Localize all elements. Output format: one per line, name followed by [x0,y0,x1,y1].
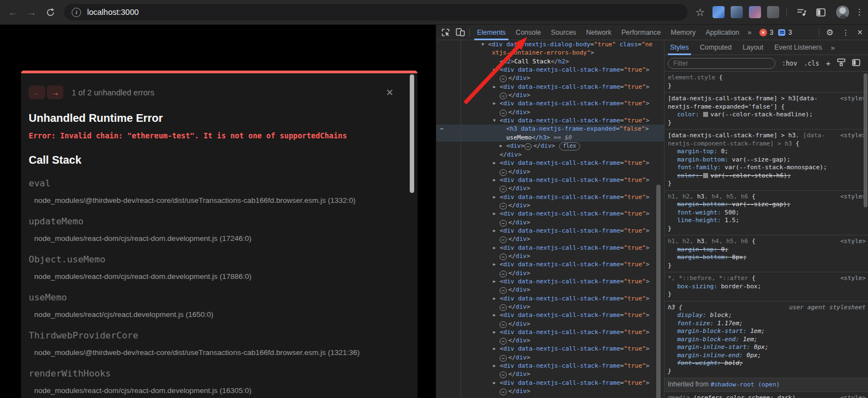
expand-triangle-icon[interactable]: ▶ [493,311,500,319]
new-style-rule-icon[interactable]: + [826,58,831,68]
expand-triangle-icon[interactable]: ▶ [493,209,500,218]
tab-console[interactable]: Console [511,25,546,40]
css-property[interactable]: margin-top: 0; [668,148,865,156]
rendering-emulation-icon[interactable] [837,58,845,68]
tab-application[interactable]: Application [700,25,744,40]
tab-performance[interactable]: Performance [617,25,666,40]
dom-tree-row[interactable]: …</div> [436,235,664,243]
sidebar-toggle-icon[interactable] [852,58,860,68]
collapsed-content-icon[interactable]: … [524,143,532,150]
dom-tree-row[interactable]: xtjs-container-errors-body"> [436,49,664,57]
dom-tree-row[interactable]: ▼<div data-nextjs-call-stack-frame="true… [436,116,664,125]
collapsed-content-icon[interactable]: … [500,389,507,395]
dom-tree-row[interactable]: …</div> [436,218,664,227]
row-menu-dots-icon[interactable]: ⋯ [440,125,444,133]
collapsed-content-icon[interactable]: … [500,93,507,99]
collapsed-content-icon[interactable]: … [500,372,507,378]
call-stack-frame[interactable]: Object.useMemonode_modules/react-dom/cjs… [29,254,404,281]
expand-triangle-open-icon[interactable]: ▼ [481,40,488,49]
extension-icon-4[interactable] [767,6,779,18]
expand-triangle-icon[interactable]: ▶ [493,83,500,91]
tab-network[interactable]: Network [581,25,617,40]
dom-tree-row[interactable]: …</div> [436,74,664,82]
site-info-icon[interactable]: i [72,8,81,17]
expand-triangle-icon[interactable]: ▶ [493,362,500,370]
expand-triangle-icon[interactable]: ▶ [493,328,500,336]
dom-tree-row[interactable]: ⋯<h3 data-nextjs-frame-expanded="false"> [436,125,664,133]
dom-tree-row[interactable]: ▶<div data-nextjs-call-stack-frame="true… [436,244,664,252]
styles-scrollbar-thumb[interactable] [864,73,867,207]
rule-origin-link[interactable]: <style> [840,132,866,140]
dom-tree-row[interactable]: …</div> [436,336,664,345]
extension-icon-1[interactable] [712,6,725,18]
css-property[interactable]: color: var(--color-stack-headline); [668,111,865,119]
expand-triangle-icon[interactable]: ▶ [493,176,500,184]
rule-origin-link[interactable]: <style> [840,275,866,283]
dom-tree-row[interactable]: …</div> [436,370,664,378]
call-stack-frame[interactable]: renderWithHooksnode_modules/react-dom/cj… [29,368,404,395]
class-toggle[interactable]: .cls [804,60,819,67]
css-property[interactable]: margin-bottom: 8px; [668,254,865,262]
dom-tree-row[interactable]: …</div> [436,108,664,116]
rule-selector[interactable]: [data-nextjs-call-stack-frame] > h3, [da… [668,132,865,140]
collapsed-content-icon[interactable]: … [500,254,507,260]
expand-triangle-icon[interactable]: ▶ [493,379,500,387]
overlay-scrollbar-thumb[interactable] [410,74,414,193]
url-text[interactable]: localhost:3000 [87,8,139,17]
tab-memory[interactable]: Memory [666,25,700,40]
dom-tree-row[interactable]: ▶<div data-nextjs-call-stack-frame="true… [436,294,664,303]
sidebar-tab-event-listeners[interactable]: Event Listeners [769,40,827,55]
dom-tree-row[interactable]: ▼<div data-nextjs-dialog-body="true" cla… [436,40,664,49]
css-property[interactable]: font-weight: 500; [668,209,865,217]
extension-icon-3[interactable] [749,6,761,18]
rule-origin-link[interactable]: <style> [840,238,866,246]
tab-elements[interactable]: Elements [472,25,511,40]
collapsed-content-icon[interactable]: … [500,321,507,328]
expand-triangle-open-icon[interactable]: ▼ [493,116,500,125]
color-swatch[interactable] [703,173,708,178]
console-message-icon[interactable] [778,29,785,36]
devtools-close-icon[interactable]: × [854,28,868,37]
expand-triangle-icon[interactable]: ▶ [493,345,500,353]
dom-tree-row[interactable]: ▶<div data-nextjs-call-stack-frame="true… [436,227,664,235]
css-property[interactable]: margin-block-end: 1em; [668,336,865,344]
rule-selector[interactable]: [data-nextjs-call-stack-frame] > h3[data… [668,95,865,103]
expand-triangle-icon[interactable]: ▶ [493,244,500,252]
dom-tree-row[interactable]: ▶<div data-nextjs-call-stack-frame="true… [436,311,664,319]
collapsed-content-icon[interactable]: … [500,287,507,294]
shadow-root-link[interactable]: #shadow-root (open) [710,381,780,388]
flex-badge[interactable]: flex [559,142,580,150]
expand-triangle-icon[interactable]: ▶ [493,99,500,107]
next-error-button[interactable]: → [47,85,63,99]
devtools-menu-kebab-icon[interactable]: ⋮ [838,28,854,37]
rule-selector[interactable]: *, *::before, *::after { [668,275,865,283]
dom-tree-row[interactable]: ▶<div data-nextjs-call-stack-frame="true… [436,209,664,218]
previous-error-button[interactable]: ← [29,85,45,99]
dom-tree-row[interactable]: ▶<div data-nextjs-call-stack-frame="true… [436,193,664,201]
css-property[interactable]: margin-top: 0; [668,246,865,254]
collapsed-content-icon[interactable]: … [500,169,507,176]
styles-filter-input[interactable] [668,58,775,69]
collapsed-content-icon[interactable]: … [500,304,507,311]
collapsed-content-icon[interactable]: … [500,186,507,192]
dom-tree-row[interactable]: …</div> [436,320,664,328]
css-property[interactable]: line-height: 1.5; [668,217,865,225]
call-stack-frame[interactable]: useMemonode_modules/react/cjs/react.deve… [29,292,404,319]
dom-tree-row[interactable]: …</div> [436,286,664,294]
dom-tree-row[interactable]: …</div> [436,184,664,192]
css-property[interactable]: box-sizing: border-box; [668,283,865,291]
expand-triangle-icon[interactable]: ▶ [493,66,500,74]
browser-menu-kebab-icon[interactable]: ⋮ [855,7,864,17]
sidebar-more-chevron[interactable]: » [827,44,838,52]
address-bar[interactable]: i localhost:3000 [64,4,688,20]
elements-scrollbar-thumb[interactable] [656,185,661,398]
back-icon[interactable]: ← [3,3,22,21]
close-overlay-icon[interactable]: × [386,87,393,99]
dom-tree-row[interactable]: ▶<div data-nextjs-call-stack-frame="true… [436,328,664,336]
settings-gear-icon[interactable]: ⚙ [822,28,838,37]
collapsed-content-icon[interactable]: … [500,271,507,277]
rule-origin-link[interactable]: <style> [840,193,866,201]
rule-origin-link[interactable]: <style> [840,95,866,103]
expand-triangle-icon[interactable]: ▶ [493,159,500,167]
collapsed-content-icon[interactable]: … [500,110,507,116]
